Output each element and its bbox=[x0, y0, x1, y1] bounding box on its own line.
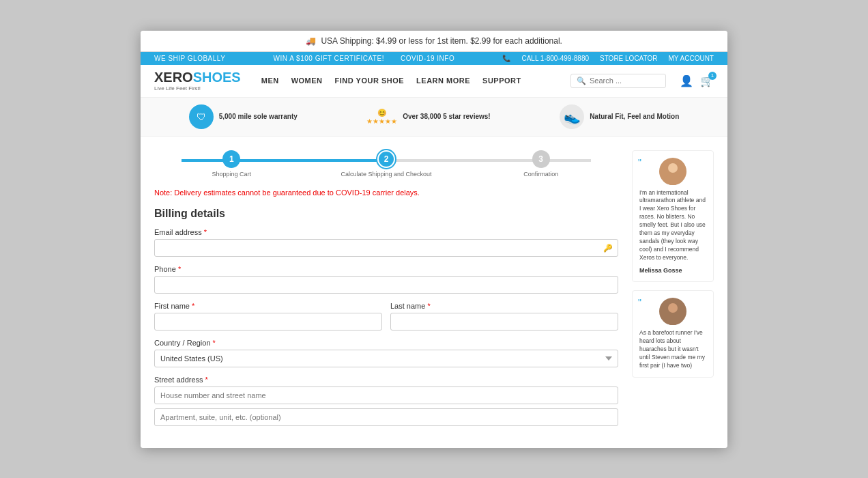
email-input[interactable] bbox=[154, 239, 618, 257]
first-name-label: First name * bbox=[154, 302, 382, 310]
gift-certificate-link[interactable]: WIN A $100 GIFT CERTIFICATE! bbox=[274, 55, 384, 62]
feature-reviews: 😊 ★★★★★ Over 38,000 5 star reviews! bbox=[366, 109, 490, 125]
account-button[interactable]: 👤 bbox=[680, 74, 693, 87]
step-2: 2 Calculate Shipping and Checkout bbox=[309, 150, 464, 178]
email-label: Email address * bbox=[154, 228, 618, 236]
step-1-label: Shopping Cart bbox=[212, 171, 252, 178]
billing-form: Billing details Email address * 🔑 Phone bbox=[154, 208, 618, 426]
search-box: 🔍 bbox=[570, 74, 666, 88]
secondary-nav-left: WE SHIP GLOBALLY bbox=[154, 55, 225, 62]
main-content: 1 Shopping Cart 2 Calculate Shipping and… bbox=[154, 150, 618, 434]
last-name-input[interactable] bbox=[390, 313, 618, 331]
covid-info-link[interactable]: COVID-19 INFO bbox=[401, 55, 454, 62]
melissa-text: I'm an international ultramarathon athle… bbox=[639, 189, 706, 262]
first-name-input[interactable] bbox=[154, 313, 382, 331]
ship-globally[interactable]: WE SHIP GLOBALLY bbox=[154, 55, 225, 62]
step-3-label: Confirmation bbox=[523, 171, 558, 178]
search-icon: 🔍 bbox=[577, 76, 586, 85]
step-2-label: Calculate Shipping and Checkout bbox=[341, 171, 431, 178]
melissa-name: Melissa Gosse bbox=[639, 266, 706, 275]
nav-find-your-shoe[interactable]: FIND YOUR SHOE bbox=[335, 76, 405, 85]
svg-point-1 bbox=[664, 174, 682, 185]
main-nav-links: MEN WOMEN FIND YOUR SHOE LEARN MORE SUPP… bbox=[261, 76, 557, 85]
female-avatar-svg bbox=[659, 158, 686, 185]
step-3: 3 Confirmation bbox=[463, 150, 618, 178]
country-label: Country / Region * bbox=[154, 339, 618, 347]
svg-point-5 bbox=[668, 303, 678, 313]
content-area: 1 Shopping Cart 2 Calculate Shipping and… bbox=[141, 137, 727, 448]
country-select[interactable]: United States (US) bbox=[154, 350, 618, 367]
search-input[interactable] bbox=[590, 76, 660, 85]
phone-label: Phone * bbox=[154, 265, 618, 273]
street-group: Street address * bbox=[154, 376, 618, 426]
svg-point-2 bbox=[668, 163, 678, 173]
street-label: Street address * bbox=[154, 376, 618, 384]
phone-required: * bbox=[178, 265, 181, 273]
nav-learn-more[interactable]: LEARN MORE bbox=[416, 76, 470, 85]
truck-icon: 🚚 bbox=[306, 36, 316, 46]
fit-text: Natural Fit, Feel and Motion bbox=[590, 113, 679, 120]
shoe-icon: 👟 bbox=[560, 104, 584, 129]
barefoot-avatar bbox=[659, 298, 686, 325]
step-2-circle: 2 bbox=[377, 150, 395, 168]
billing-title: Billing details bbox=[154, 208, 618, 220]
logo-xero: XERO bbox=[154, 70, 193, 85]
phone-number[interactable]: CALL 1-800-499-8880 bbox=[521, 55, 589, 62]
name-row: First name * Last name * bbox=[154, 302, 618, 339]
progress-steps: 1 Shopping Cart 2 Calculate Shipping and… bbox=[154, 150, 618, 178]
secondary-nav: WE SHIP GLOBALLY WIN A $100 GIFT CERTIFI… bbox=[141, 52, 727, 65]
phone-group: Phone * bbox=[154, 265, 618, 294]
logo-shoes: SHOES bbox=[193, 70, 241, 85]
my-account-link[interactable]: MY ACCOUNT bbox=[668, 55, 714, 62]
nav-men[interactable]: MEN bbox=[261, 76, 279, 85]
phone-icon: 📞 bbox=[502, 55, 510, 62]
sidebar: " I'm an international ultramarathon ath… bbox=[632, 150, 714, 434]
email-icon: 🔑 bbox=[603, 243, 613, 252]
feature-fit: 👟 Natural Fit, Feel and Motion bbox=[560, 104, 679, 129]
testimonial-barefoot: " As a barefoot runner I've heard lots a… bbox=[632, 290, 714, 377]
store-locator-link[interactable]: STORE LOCATOR bbox=[600, 55, 657, 62]
street-input[interactable] bbox=[154, 386, 618, 404]
cart-button[interactable]: 🛒 1 bbox=[700, 74, 714, 87]
logo-tagline: Live Life Feet First! bbox=[154, 85, 201, 92]
step-3-circle: 3 bbox=[532, 150, 550, 168]
step-1-circle: 1 bbox=[222, 150, 240, 168]
first-name-group: First name * bbox=[154, 302, 382, 331]
logo-text: XEROSHOES bbox=[154, 70, 241, 84]
svg-point-4 bbox=[664, 314, 682, 325]
quote-mark-1: " bbox=[638, 156, 641, 170]
main-nav: XEROSHOES Live Life Feet First! MEN WOME… bbox=[141, 65, 727, 98]
secondary-nav-right: 📞 CALL 1-800-499-8880 STORE LOCATOR MY A… bbox=[502, 55, 714, 62]
covid-note: Note: Delivery estimates cannot be guara… bbox=[154, 188, 618, 197]
apt-input[interactable] bbox=[154, 408, 618, 426]
shipping-bar: 🚚 USA Shipping: $4.99 or less for 1st it… bbox=[141, 31, 727, 52]
feature-warranty: 🛡 5,000 mile sole warranty bbox=[189, 104, 298, 129]
country-group: Country / Region * United States (US) bbox=[154, 339, 618, 367]
last-name-label: Last name * bbox=[390, 302, 618, 310]
nav-women[interactable]: WOMEN bbox=[291, 76, 323, 85]
shipping-text: USA Shipping: $4.99 or less for 1st item… bbox=[321, 36, 562, 46]
warranty-text: 5,000 mile sole warranty bbox=[219, 113, 298, 120]
warranty-icon: 🛡 bbox=[189, 104, 214, 129]
stars-icon: ★★★★★ bbox=[366, 117, 397, 125]
quote-mark-2: " bbox=[638, 296, 641, 310]
testimonial-melissa: " I'm an international ultramarathon ath… bbox=[632, 150, 714, 283]
features-bar: 🛡 5,000 mile sole warranty 😊 ★★★★★ Over … bbox=[141, 98, 727, 137]
nav-icons: 👤 🛒 1 bbox=[680, 74, 714, 87]
nav-support[interactable]: SUPPORT bbox=[482, 76, 521, 85]
last-name-group: Last name * bbox=[390, 302, 618, 331]
male-avatar-svg bbox=[659, 298, 686, 325]
barefoot-text: As a barefoot runner I've heard lots abo… bbox=[639, 329, 706, 369]
reviews-text: Over 38,000 5 star reviews! bbox=[403, 113, 490, 120]
logo[interactable]: XEROSHOES Live Life Feet First! bbox=[154, 70, 241, 92]
email-input-wrapper: 🔑 bbox=[154, 239, 618, 257]
phone-input[interactable] bbox=[154, 276, 618, 294]
melissa-avatar bbox=[659, 158, 686, 185]
cart-badge: 1 bbox=[708, 72, 717, 80]
step-1: 1 Shopping Cart bbox=[154, 150, 309, 178]
secondary-nav-middle: WIN A $100 GIFT CERTIFICATE! COVID-19 IN… bbox=[274, 55, 455, 62]
email-group: Email address * 🔑 bbox=[154, 228, 618, 257]
email-required: * bbox=[204, 228, 207, 236]
